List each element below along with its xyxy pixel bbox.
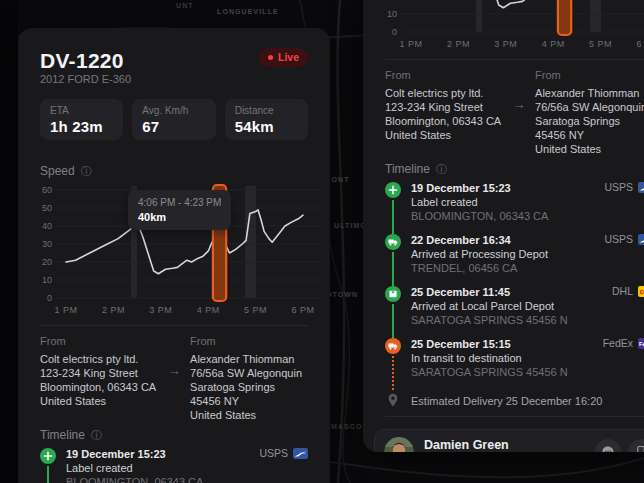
map-label: LONGUEVILLE [217,8,279,15]
svg-text:Fed: Fed [639,340,644,346]
dhl-logo-icon: DHL [638,286,644,297]
svg-text:10: 10 [42,275,52,285]
timeline-title: Timeline [40,428,85,442]
timeline-status: In transit to destination [411,351,644,365]
timeline-item[interactable]: 25 December 15:15In transit to destinati… [385,337,644,389]
address-country: United States [40,394,158,408]
address-name: Colt electrics pty ltd. [385,86,503,100]
carrier-actions [595,439,644,452]
carrier-label: USPS [604,181,633,193]
address-name: Colt electrics pty ltd. [40,352,158,366]
timeline-location: SARATOGA SPRINGS 45456 N [411,365,644,379]
route-to: From Alexander Thiomman 76/56a SW Alegon… [190,335,308,422]
carrier-name: Damien Green [424,438,509,452]
address-label: From [385,69,503,82]
timeline-section-header: Timeline ⓘ [40,428,308,442]
svg-text:4 PM: 4 PM [197,305,220,315]
chat-icon [601,445,615,452]
stats-row: ETA 1h 23m Avg. Km/h 67 Distance 54km [40,99,308,140]
tooltip-value: 40km [138,211,221,223]
svg-text:6 PM: 6 PM [636,39,644,49]
address-label: From [40,335,158,348]
timeline-location: SARATOGA SPRINGS 45456 N [411,313,644,327]
plus-icon [40,448,56,464]
timeline-connector [392,252,394,286]
timeline-location: BLOOMINGTON, 06343 CA [411,209,644,223]
timeline-connector [392,304,394,338]
address-city: Saratoga Springs 45456 NY [190,380,308,408]
timeline-item[interactable]: 19 December 15:23Label createdBLOOMINGTO… [40,447,308,483]
speed-chart[interactable]: 01020304050601 PM2 PM3 PM4 PM5 PM6 PM 4:… [385,0,644,52]
svg-text:3 PM: 3 PM [494,39,517,49]
live-label: Live [278,51,299,63]
phone-button[interactable] [628,439,644,452]
svg-text:50: 50 [42,203,52,213]
stat-label: Avg. Km/h [142,105,205,116]
timeline-status: Label created [66,461,308,475]
svg-text:0: 0 [392,27,397,37]
fedex-logo-icon: FedEx [638,338,644,349]
timeline-location: TRENDEL, 06456 CA [411,261,644,275]
timeline-estimate: Estimated Delivery 25 December 16:20 [385,391,644,409]
timeline-connector [47,466,49,483]
truck-icon [385,234,401,250]
package-icon [385,286,401,302]
stat-label: Distance [235,105,298,116]
speed-chart[interactable]: 01020304050601 PM2 PM3 PM4 PM5 PM6 PM 4:… [40,180,308,318]
address-street: 123-234 King Street [40,366,158,380]
live-badge[interactable]: Live [259,48,308,67]
chat-button[interactable] [595,439,621,452]
arrow-right-icon: → [158,335,190,422]
tooltip-time-range: 4:06 PM - 4:23 PM [138,197,221,208]
info-icon[interactable]: ⓘ [81,166,92,177]
route-from: From Colt electrics pty ltd. 123-234 Kin… [385,69,503,156]
speed-chart-svg: 01020304050601 PM2 PM3 PM4 PM5 PM6 PM [385,0,644,52]
address-street: 76/56a SW Alegonquin [190,366,308,380]
chart-tooltip: 4:06 PM - 4:23 PM 40km [128,190,231,230]
address-street: 123-234 King Street [385,100,503,114]
timeline-connector [392,200,394,234]
timeline-location: BLOOMINGTON, 06343 CA [66,475,308,483]
carrier-info: Damien Green Carrier [424,438,509,453]
svg-text:60: 60 [42,185,52,195]
usps-logo-icon [293,448,308,459]
svg-text:3 PM: 3 PM [149,305,172,315]
divider [385,416,644,417]
map-label: ULTIMO [334,222,367,229]
avatar [384,437,414,452]
timeline-item[interactable]: 25 December 11:45Arrived at Local Parcel… [385,285,644,337]
address-city: Bloomington, 06343 CA [385,114,503,128]
svg-text:5 PM: 5 PM [244,305,267,315]
address-country: United States [190,408,308,422]
timeline-item[interactable]: 22 December 16:34Arrived at Processing D… [385,233,644,285]
divider [385,59,644,60]
info-icon[interactable]: ⓘ [436,164,447,175]
timeline-status: Label created [411,195,644,209]
svg-text:2 PM: 2 PM [102,305,125,315]
vehicle-id: DV-1220 [40,50,124,72]
tracking-panel-right: DV-1220 Live 2012 FORD E-360 ETA 1h 23m … [363,0,644,452]
carrier-label: USPS [259,447,288,459]
address-street: 76/56a SW Alegonquin [535,100,644,114]
svg-text:1 PM: 1 PM [54,305,77,315]
address-country: United States [385,128,503,142]
address-label: From [535,69,644,82]
svg-text:DHL: DHL [640,288,644,294]
tracking-panel-left: DV-1220 Live 2012 FORD E-360 ETA 1h 23m … [18,28,330,483]
map-label: UNT [176,2,194,9]
timeline-item[interactable]: 19 December 15:23Label createdBLOOMINGTO… [385,181,644,233]
timeline-title: Timeline [385,162,430,176]
svg-text:2 PM: 2 PM [447,39,470,49]
usps-logo-icon [638,234,644,245]
timeline-carrier: USPS [259,447,308,459]
usps-logo-icon [638,182,644,193]
route-section: From Colt electrics pty ltd. 123-234 Kin… [385,69,644,156]
timeline-carrier: USPS [604,181,644,193]
svg-text:6 PM: 6 PM [291,305,314,315]
estimate-text: Estimated Delivery 25 December 16:20 [411,395,602,407]
live-dot-icon [268,55,273,60]
svg-text:5 PM: 5 PM [589,39,612,49]
address-name: Alexander Thiomman [535,86,644,100]
address-name: Alexander Thiomman [190,352,308,366]
info-icon[interactable]: ⓘ [91,430,102,441]
